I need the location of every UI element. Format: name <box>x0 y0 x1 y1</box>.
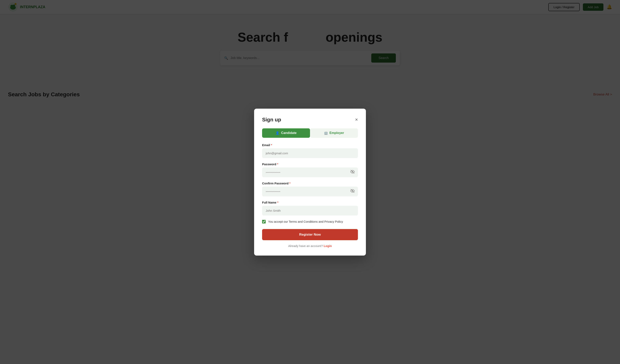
email-input-wrapper <box>262 148 358 158</box>
tab-candidate-label: Candidate <box>281 131 296 135</box>
terms-row: You accept our Terms and Conditions and … <box>262 220 358 223</box>
email-input[interactable] <box>262 148 358 158</box>
email-group: Email * <box>262 143 358 158</box>
confirm-password-label: Confirm Password * <box>262 182 358 185</box>
password-eye-icon[interactable] <box>350 170 355 175</box>
tab-employer[interactable]: 🏢 Employer <box>310 128 358 138</box>
modal-title: Sign up <box>262 116 281 123</box>
modal-header: Sign up × <box>262 116 358 123</box>
confirm-password-required: * <box>289 182 291 185</box>
full-name-required: * <box>277 201 279 204</box>
tab-candidate[interactable]: 👤 Candidate <box>262 128 310 138</box>
password-input-wrapper <box>262 167 358 177</box>
login-row: Already have an account? Login <box>262 244 358 248</box>
employer-icon: 🏢 <box>324 131 328 135</box>
candidate-icon: 👤 <box>276 131 279 135</box>
modal-overlay: Sign up × 👤 Candidate 🏢 Employer Email * <box>0 0 620 364</box>
password-label: Password * <box>262 162 358 166</box>
password-group: Password * <box>262 162 358 177</box>
register-button[interactable]: Register Now <box>262 229 358 240</box>
terms-label: You accept our Terms and Conditions and … <box>268 220 343 223</box>
email-required: * <box>271 143 272 147</box>
confirm-password-input[interactable] <box>262 187 358 196</box>
confirm-password-group: Confirm Password * <box>262 182 358 196</box>
close-button[interactable]: × <box>355 117 358 122</box>
full-name-group: Full Name * <box>262 201 358 216</box>
full-name-label: Full Name * <box>262 201 358 204</box>
tab-row: 👤 Candidate 🏢 Employer <box>262 128 358 138</box>
confirm-password-input-wrapper <box>262 187 358 196</box>
full-name-input[interactable] <box>262 206 358 216</box>
full-name-input-wrapper <box>262 206 358 216</box>
password-required: * <box>277 162 278 166</box>
password-input[interactable] <box>262 167 358 177</box>
confirm-password-eye-icon[interactable] <box>350 189 355 194</box>
login-link[interactable]: Login <box>324 244 332 248</box>
tab-employer-label: Employer <box>330 131 344 135</box>
terms-checkbox[interactable] <box>262 220 266 223</box>
email-label: Email * <box>262 143 358 147</box>
signup-modal: Sign up × 👤 Candidate 🏢 Employer Email * <box>254 109 366 256</box>
login-prompt: Already have an account? <box>288 244 323 248</box>
